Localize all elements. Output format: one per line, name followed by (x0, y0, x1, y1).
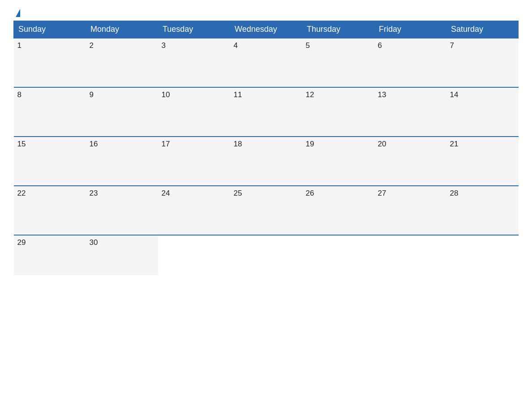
calendar-cell: 7 (446, 38, 519, 87)
logo (13, 9, 21, 16)
calendar-cell: 1 (14, 38, 86, 87)
calendar-header: SundayMondayTuesdayWednesdayThursdayFrid… (14, 21, 519, 39)
day-number: 14 (450, 90, 459, 99)
day-number: 24 (162, 189, 170, 197)
week-row-3: 15161718192021 (14, 137, 519, 186)
header-wednesday: Wednesday (230, 21, 302, 39)
day-number: 13 (378, 90, 386, 99)
header-friday: Friday (374, 21, 446, 39)
calendar-cell: 18 (230, 137, 302, 186)
day-number: 15 (17, 140, 26, 148)
header-monday: Monday (86, 21, 158, 39)
day-number: 19 (306, 140, 314, 148)
day-number: 20 (378, 140, 386, 148)
calendar-cell: 17 (158, 137, 230, 186)
calendar-cell: 10 (158, 87, 230, 137)
calendar-cell: 9 (86, 87, 158, 137)
week-row-2: 891011121314 (14, 87, 519, 137)
header-saturday: Saturday (446, 21, 519, 39)
calendar-cell: 25 (230, 186, 302, 235)
calendar-cell: 23 (86, 186, 158, 235)
calendar-cell: 15 (14, 137, 86, 186)
day-number: 29 (17, 238, 26, 247)
calendar-cell: 4 (230, 38, 302, 87)
calendar-cell: 3 (158, 38, 230, 87)
day-number: 30 (90, 238, 98, 247)
day-number: 21 (450, 140, 459, 148)
calendar-cell: 28 (446, 186, 519, 235)
calendar-cell: 6 (374, 38, 446, 87)
calendar-cell: 22 (14, 186, 86, 235)
day-number: 28 (450, 189, 459, 197)
week-row-4: 22232425262728 (14, 186, 519, 235)
day-number: 27 (378, 189, 386, 197)
day-number: 8 (17, 90, 21, 99)
day-number: 10 (162, 90, 170, 99)
page-header (13, 9, 519, 16)
day-number: 18 (234, 140, 242, 148)
header-sunday: Sunday (14, 21, 86, 39)
day-number: 7 (450, 41, 454, 50)
day-number: 25 (234, 189, 242, 197)
calendar-cell: 19 (302, 137, 374, 186)
calendar-cell (302, 235, 374, 275)
day-number: 4 (234, 41, 238, 50)
week-row-1: 1234567 (14, 38, 519, 87)
calendar-cell: 14 (446, 87, 519, 137)
calendar-cell: 2 (86, 38, 158, 87)
calendar-body: 1234567891011121314151617181920212223242… (14, 38, 519, 275)
calendar-cell: 8 (14, 87, 86, 137)
day-number: 12 (306, 90, 314, 99)
calendar-cell: 27 (374, 186, 446, 235)
week-row-5: 2930 (14, 235, 519, 275)
calendar-cell: 16 (86, 137, 158, 186)
calendar-cell: 21 (446, 137, 519, 186)
day-number: 26 (306, 189, 314, 197)
calendar-cell: 30 (86, 235, 158, 275)
calendar-table: SundayMondayTuesdayWednesdayThursdayFrid… (13, 21, 519, 275)
day-number: 5 (306, 41, 310, 50)
calendar-cell: 12 (302, 87, 374, 137)
calendar-cell (446, 235, 519, 275)
calendar-cell: 11 (230, 87, 302, 137)
header-tuesday: Tuesday (158, 21, 230, 39)
calendar-cell: 29 (14, 235, 86, 275)
calendar-cell: 20 (374, 137, 446, 186)
calendar-cell: 13 (374, 87, 446, 137)
day-number: 23 (90, 189, 98, 197)
day-number: 6 (378, 41, 382, 50)
header-thursday: Thursday (302, 21, 374, 39)
day-number: 22 (17, 189, 26, 197)
day-number: 17 (162, 140, 170, 148)
day-number: 1 (17, 41, 21, 50)
calendar-cell: 24 (158, 186, 230, 235)
calendar-cell (230, 235, 302, 275)
day-number: 11 (234, 90, 242, 99)
day-number: 2 (90, 41, 94, 50)
day-number: 16 (90, 140, 98, 148)
calendar-cell (374, 235, 446, 275)
calendar-cell (158, 235, 230, 275)
day-number: 9 (90, 90, 94, 99)
day-number: 3 (162, 41, 166, 50)
logo-triangle-icon (16, 9, 20, 17)
days-of-week-row: SundayMondayTuesdayWednesdayThursdayFrid… (14, 21, 519, 39)
calendar-cell: 5 (302, 38, 374, 87)
calendar-cell: 26 (302, 186, 374, 235)
